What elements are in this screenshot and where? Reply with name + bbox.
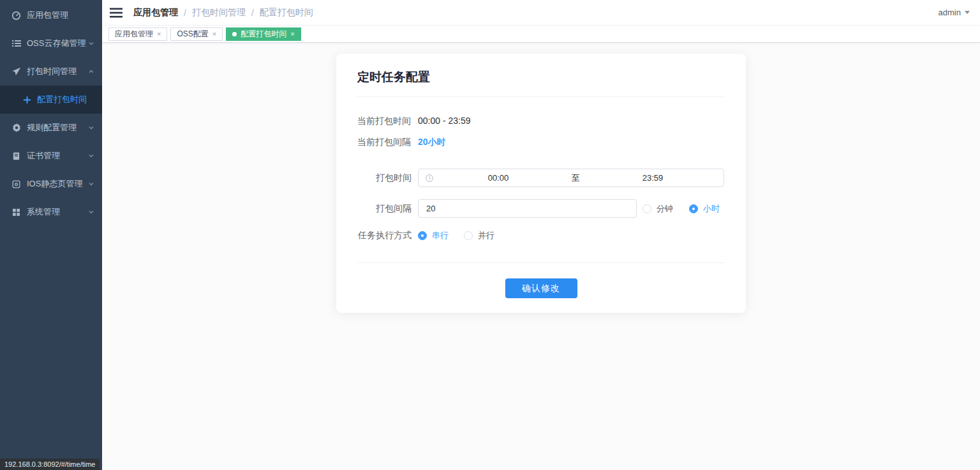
tab-app-package[interactable]: 应用包管理 × [108, 27, 167, 41]
interval-row: 打包间隔 分钟 小时 [357, 199, 725, 218]
list-icon [11, 39, 21, 49]
breadcrumb-separator: / [184, 8, 186, 18]
sidebar-item-label: 应用包管理 [27, 10, 94, 21]
breadcrumb-item: 配置打包时间 [260, 7, 313, 19]
title-divider [357, 96, 725, 97]
sidebar-item-label: 规则配置管理 [27, 122, 88, 133]
sidebar-item-label: 证书管理 [27, 150, 88, 162]
sidebar-subitem-label: 配置打包时间 [37, 94, 87, 105]
interval-unit-radios: 分钟 小时 [642, 203, 720, 215]
interval-label: 打包间隔 [357, 203, 412, 215]
chevron-down-icon [88, 153, 94, 159]
current-interval-label: 当前打包间隔 [357, 136, 412, 148]
breadcrumb-separator: / [251, 8, 254, 18]
chevron-down-icon [88, 209, 94, 215]
pack-time-label: 打包时间 [357, 172, 412, 184]
current-interval-value: 20小时 [418, 136, 446, 148]
sidebar-item-label: 打包时间管理 [27, 66, 88, 77]
sidebar-item-system[interactable]: 系统管理 [0, 198, 102, 226]
tab-label: 配置打包时间 [241, 29, 286, 40]
tabs-bar: 应用包管理 × OSS配置 × 配置打包时间 × [102, 26, 980, 43]
current-pack-time-row: 当前打包时间 00:00 - 23:59 [357, 115, 725, 127]
breadcrumb-item[interactable]: 应用包管理 [133, 7, 178, 19]
sidebar-item-pack-time[interactable]: 打包时间管理 [0, 57, 102, 86]
radio-serial[interactable]: 串行 [418, 230, 449, 241]
tab-oss-config[interactable]: OSS配置 × [170, 27, 223, 41]
hamburger-menu-icon[interactable] [110, 7, 124, 19]
radio-parallel-label: 并行 [478, 230, 494, 241]
radio-serial-label: 串行 [432, 230, 449, 241]
radio-circle-icon [464, 231, 473, 240]
interval-input[interactable] [418, 199, 637, 218]
sidebar-item-label: IOS静态页管理 [27, 178, 88, 190]
time-range-picker[interactable]: 00:00 至 23:59 [418, 169, 724, 187]
exec-mode-label: 任务执行方式 [357, 230, 412, 241]
user-name: admin [939, 8, 961, 17]
pack-time-row: 打包时间 00:00 至 23:59 [357, 169, 725, 187]
sidebar-item-app-package[interactable]: 应用包管理 [0, 1, 102, 29]
radio-minutes-label: 分钟 [657, 203, 673, 215]
time-range-separator: 至 [563, 172, 588, 184]
tab-active-dot [232, 32, 237, 36]
chevron-down-icon [88, 125, 94, 131]
sidebar-item-rule-config[interactable]: 规则配置管理 [0, 114, 102, 142]
exec-mode-row: 任务执行方式 串行 并行 [357, 230, 725, 241]
main-area: 应用包管理 / 打包时间管理 / 配置打包时间 admin 应用包管理 × OS… [102, 0, 980, 470]
sidebar-item-ios-static-page[interactable]: IOS静态页管理 [0, 170, 102, 198]
tab-label: OSS配置 [177, 29, 208, 40]
sidebar-item-label: 系统管理 [27, 206, 88, 218]
radio-parallel[interactable]: 并行 [464, 230, 494, 241]
current-pack-time-label: 当前打包时间 [357, 115, 412, 127]
gear-icon [11, 123, 21, 133]
sidebar-item-oss-storage[interactable]: OSS云存储管理 [0, 29, 102, 57]
user-menu[interactable]: admin [939, 8, 970, 17]
sidebar-item-label: OSS云存储管理 [27, 38, 88, 49]
caret-down-icon [965, 11, 970, 14]
time-start-value[interactable]: 00:00 [434, 173, 563, 183]
breadcrumb-item[interactable]: 打包时间管理 [192, 7, 246, 19]
radio-circle-icon [418, 231, 427, 240]
close-icon[interactable]: × [290, 31, 294, 38]
footer-divider [357, 262, 725, 263]
dashboard-icon [11, 11, 21, 20]
scheduled-task-card: 定时任务配置 当前打包时间 00:00 - 23:59 当前打包间隔 20小时 … [336, 54, 746, 313]
tab-label: 应用包管理 [115, 29, 153, 40]
radio-circle-icon [642, 204, 651, 213]
status-url-tooltip: 192.168.0.3:8092/#/time/time [0, 459, 100, 470]
exec-mode-radios: 串行 并行 [418, 230, 494, 241]
tab-config-pack-time[interactable]: 配置打包时间 × [226, 27, 301, 41]
current-interval-row: 当前打包间隔 20小时 [357, 136, 725, 148]
send-icon [11, 67, 21, 77]
clock-icon [425, 174, 434, 183]
certificate-icon [11, 151, 21, 161]
close-icon[interactable]: × [157, 31, 161, 38]
grid-icon [11, 208, 21, 217]
chevron-up-icon [88, 68, 94, 75]
top-header: 应用包管理 / 打包时间管理 / 配置打包时间 admin [102, 0, 980, 26]
ios-page-icon [11, 179, 21, 189]
page-title: 定时任务配置 [357, 69, 725, 86]
content-area: 定时任务配置 当前打包时间 00:00 - 23:59 当前打包间隔 20小时 … [102, 43, 980, 470]
sidebar-item-certificates[interactable]: 证书管理 [0, 142, 102, 170]
chevron-down-icon [88, 40, 94, 47]
current-pack-time-value: 00:00 - 23:59 [418, 115, 471, 127]
radio-hours-label: 小时 [703, 203, 720, 215]
breadcrumb: 应用包管理 / 打包时间管理 / 配置打包时间 [133, 7, 313, 19]
close-icon[interactable]: × [212, 31, 216, 38]
radio-minutes[interactable]: 分钟 [642, 203, 673, 215]
chevron-down-icon [88, 181, 94, 187]
sidebar: 应用包管理 OSS云存储管理 打包时间管理 配置打包时间 规则配置管理 [0, 0, 102, 470]
time-end-value[interactable]: 23:59 [588, 173, 717, 183]
button-row: 确认修改 [357, 278, 725, 298]
sidebar-subitem-config-pack-time[interactable]: 配置打包时间 [0, 86, 102, 114]
radio-hours[interactable]: 小时 [689, 203, 720, 215]
confirm-button[interactable]: 确认修改 [505, 278, 577, 298]
plus-icon [23, 96, 31, 104]
task-form: 打包时间 00:00 至 23:59 打包间隔 [357, 169, 725, 241]
radio-circle-icon [689, 204, 698, 213]
